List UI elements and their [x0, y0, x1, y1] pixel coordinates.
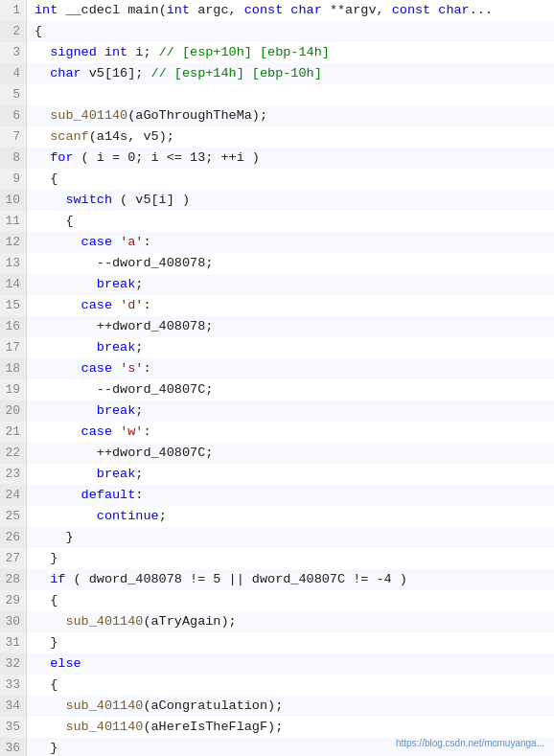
code-content: --dword_40807C; [27, 379, 554, 401]
code-content: sub_401140(aGoThroughTheMa); [27, 105, 554, 126]
table-row: 10 switch ( v5[i] ) [0, 190, 554, 211]
code-token: case [81, 424, 112, 439]
code-content: switch ( v5[i] ) [27, 190, 554, 211]
code-token: case [81, 235, 112, 249]
code-token: --dword_408078; [35, 256, 213, 270]
code-token: argc, [190, 3, 244, 17]
code-token: } [35, 635, 58, 650]
table-row: 19 --dword_40807C; [0, 379, 554, 401]
code-token [35, 403, 97, 418]
code-token [35, 129, 50, 144]
code-token: ... [470, 3, 493, 17]
line-number: 16 [0, 316, 27, 337]
table-row: 23 break; [0, 464, 554, 485]
code-token: (aTryAgain); [143, 614, 236, 629]
line-number: 5 [0, 84, 27, 105]
code-content: break; [27, 274, 554, 295]
code-token [112, 424, 120, 439]
code-token: break [97, 340, 136, 355]
code-content: break; [27, 464, 554, 485]
code-token: ( i = 0; i <= 13; ++i ) [74, 150, 260, 165]
line-number: 32 [0, 653, 27, 675]
line-number: 6 [0, 105, 27, 126]
table-row: 17 break; [0, 337, 554, 358]
line-number: 1 [0, 0, 27, 21]
code-token: ; [159, 509, 167, 523]
code-token [35, 509, 97, 523]
code-token: for [50, 150, 73, 165]
code-content: continue; [27, 506, 554, 527]
line-number: 10 [0, 190, 27, 211]
table-row: 33 { [0, 675, 554, 696]
table-row: 18 case 's': [0, 358, 554, 379]
code-content: int __cdecl main(int argc, const char **… [27, 0, 554, 21]
code-token: { [35, 677, 58, 692]
code-token: (a14s, v5); [89, 129, 174, 144]
line-number: 28 [0, 569, 27, 590]
code-token: ; [135, 277, 143, 291]
code-token [35, 235, 81, 249]
code-content: else [27, 653, 554, 675]
code-token: ( v5[i] ) [112, 193, 190, 207]
table-row: 24 default: [0, 485, 554, 506]
code-content: case 's': [27, 358, 554, 379]
code-content: case 'd': [27, 295, 554, 316]
code-content: { [27, 169, 554, 190]
code-content: sub_401140(aCongratulation); [27, 696, 554, 717]
table-row: 14 break; [0, 274, 554, 295]
code-token [35, 150, 50, 165]
line-number: 3 [0, 42, 27, 63]
table-row: 31 } [0, 632, 554, 653]
code-token: ++dword_40807C; [35, 446, 213, 460]
line-number: 23 [0, 464, 27, 485]
line-number: 12 [0, 232, 27, 253]
code-token [35, 193, 65, 207]
code-token: **argv, [322, 3, 392, 17]
table-row: 9 { [0, 169, 554, 190]
table-row: 11 { [0, 211, 554, 232]
line-number: 27 [0, 548, 27, 569]
line-number: 36 [0, 738, 27, 756]
code-token: // [esp+10h] [ebp-14h] [159, 45, 330, 59]
code-content: case 'a': [27, 232, 554, 253]
code-token: (aCongratulation); [143, 699, 283, 713]
code-token: case [81, 361, 112, 376]
code-token: : [143, 235, 150, 249]
code-token [112, 361, 120, 376]
code-content: if ( dword_408078 != 5 || dword_40807C !… [27, 569, 554, 590]
code-token: switch [65, 193, 112, 207]
line-number: 33 [0, 675, 27, 696]
table-row: 8 for ( i = 0; i <= 13; ++i ) [0, 148, 554, 169]
code-token: sub_401140 [65, 720, 143, 734]
code-token: default [81, 488, 136, 502]
code-token [35, 424, 81, 439]
code-token: { [35, 172, 58, 186]
line-number: 18 [0, 358, 27, 379]
code-token [35, 298, 81, 312]
table-row: 34 sub_401140(aCongratulation); [0, 696, 554, 717]
code-token: break [97, 403, 136, 418]
code-token: 'a' [120, 235, 143, 249]
line-number: 22 [0, 443, 27, 464]
line-number: 13 [0, 253, 27, 274]
table-row: 30 sub_401140(aTryAgain); [0, 611, 554, 632]
code-token: const char [392, 3, 470, 17]
code-token [35, 277, 97, 291]
line-number: 24 [0, 485, 27, 506]
code-content: break; [27, 337, 554, 358]
code-token: continue [97, 509, 159, 523]
table-row: 29 { [0, 590, 554, 611]
code-token: if [50, 572, 65, 586]
code-token: } [35, 530, 74, 544]
code-token [112, 235, 120, 249]
code-token: ; [135, 403, 143, 418]
code-token [35, 488, 81, 502]
table-row: 3 signed int i; // [esp+10h] [ebp-14h] [0, 42, 554, 63]
code-token [35, 108, 50, 123]
code-content: { [27, 590, 554, 611]
code-viewer: 1int __cdecl main(int argc, const char *… [0, 0, 554, 756]
line-number: 35 [0, 717, 27, 738]
code-token [35, 467, 97, 481]
code-content: char v5[16]; // [esp+14h] [ebp-10h] [27, 63, 554, 84]
line-number: 25 [0, 506, 27, 527]
